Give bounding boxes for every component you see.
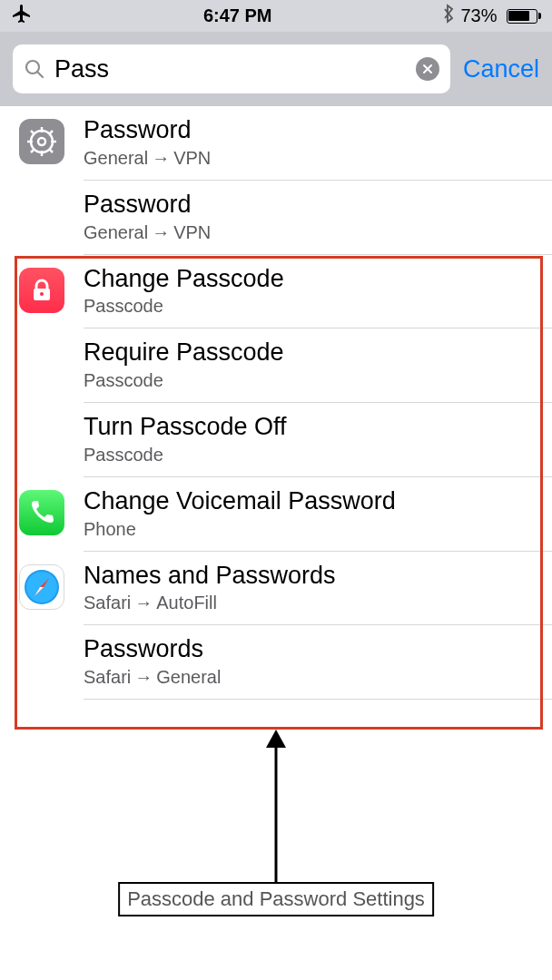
result-icon-slot bbox=[0, 190, 84, 193]
result-title: Require Passcode bbox=[84, 338, 537, 368]
result-text: PasswordGeneral→VPN bbox=[84, 190, 552, 255]
annotation-caption: Passcode and Password Settings bbox=[118, 882, 434, 916]
annotation-arrow-icon bbox=[262, 730, 290, 884]
search-input[interactable]: Pass bbox=[54, 55, 407, 83]
result-title: Password bbox=[84, 115, 537, 146]
passcode-icon bbox=[19, 268, 64, 313]
svg-marker-19 bbox=[266, 730, 286, 748]
result-text: Turn Passcode OffPasscode bbox=[84, 412, 552, 477]
result-title: Passwords bbox=[84, 634, 537, 665]
result-text: Change PasscodePasscode bbox=[84, 264, 552, 329]
result-icon-slot bbox=[0, 486, 84, 535]
search-result-row[interactable]: Change PasscodePasscode bbox=[0, 255, 552, 329]
result-path: Safari→AutoFill bbox=[84, 593, 537, 613]
status-bar: 6:47 PM 73% bbox=[0, 0, 552, 32]
result-icon-slot bbox=[0, 115, 84, 164]
result-path: Phone bbox=[84, 519, 537, 540]
result-title: Change Passcode bbox=[84, 264, 537, 295]
result-icon-slot bbox=[0, 634, 84, 638]
result-icon-slot bbox=[0, 561, 84, 610]
airplane-mode-icon bbox=[11, 3, 33, 29]
svg-line-11 bbox=[31, 149, 34, 152]
search-results: PasswordGeneral→VPNPasswordGeneral→VPNCh… bbox=[0, 106, 552, 700]
search-result-row[interactable]: PasswordGeneral→VPN bbox=[0, 181, 552, 255]
result-path: Passcode bbox=[84, 370, 537, 391]
bluetooth-icon bbox=[442, 4, 455, 28]
cancel-button[interactable]: Cancel bbox=[463, 55, 539, 83]
result-text: PasswordGeneral→VPN bbox=[84, 115, 552, 181]
svg-line-8 bbox=[31, 131, 34, 134]
result-text: Names and PasswordsSafari→AutoFill bbox=[84, 561, 552, 626]
result-path: General→VPN bbox=[84, 148, 537, 169]
search-result-row[interactable]: Names and PasswordsSafari→AutoFill bbox=[0, 552, 552, 626]
safari-icon bbox=[19, 564, 64, 610]
status-left bbox=[11, 3, 33, 29]
result-title: Change Voicemail Password bbox=[84, 486, 537, 517]
battery-percentage: 73% bbox=[460, 5, 497, 26]
svg-point-3 bbox=[38, 138, 45, 145]
search-result-row[interactable]: PasswordGeneral→VPN bbox=[0, 106, 552, 181]
svg-line-9 bbox=[49, 149, 53, 152]
svg-line-10 bbox=[49, 131, 53, 134]
result-text: PasswordsSafari→General bbox=[84, 634, 552, 700]
search-header: Pass Cancel bbox=[0, 32, 552, 106]
result-title: Names and Passwords bbox=[84, 561, 537, 592]
result-path: Safari→General bbox=[84, 667, 537, 688]
search-result-row[interactable]: Change Voicemail PasswordPhone bbox=[0, 477, 552, 552]
status-time: 6:47 PM bbox=[203, 5, 272, 26]
clear-search-icon[interactable] bbox=[416, 57, 439, 81]
svg-line-1 bbox=[37, 72, 43, 77]
result-icon-slot bbox=[0, 264, 84, 313]
svg-point-13 bbox=[40, 292, 44, 296]
status-right: 73% bbox=[442, 4, 541, 28]
search-result-row[interactable]: PasswordsSafari→General bbox=[0, 625, 552, 700]
result-text: Require PasscodePasscode bbox=[84, 338, 552, 403]
result-text: Change Voicemail PasswordPhone bbox=[84, 486, 552, 552]
result-title: Turn Passcode Off bbox=[84, 412, 537, 443]
result-icon-slot bbox=[0, 412, 84, 416]
search-icon bbox=[24, 58, 45, 80]
battery-icon bbox=[503, 9, 542, 24]
settings-icon bbox=[19, 119, 64, 164]
phone-icon bbox=[19, 490, 64, 535]
result-path: Passcode bbox=[84, 296, 537, 317]
result-title: Password bbox=[84, 190, 537, 220]
search-field[interactable]: Pass bbox=[13, 44, 450, 93]
result-icon-slot bbox=[0, 338, 84, 341]
search-result-row[interactable]: Require PasscodePasscode bbox=[0, 328, 552, 403]
result-path: Passcode bbox=[84, 445, 537, 466]
result-path: General→VPN bbox=[84, 222, 537, 243]
search-result-row[interactable]: Turn Passcode OffPasscode bbox=[0, 403, 552, 477]
